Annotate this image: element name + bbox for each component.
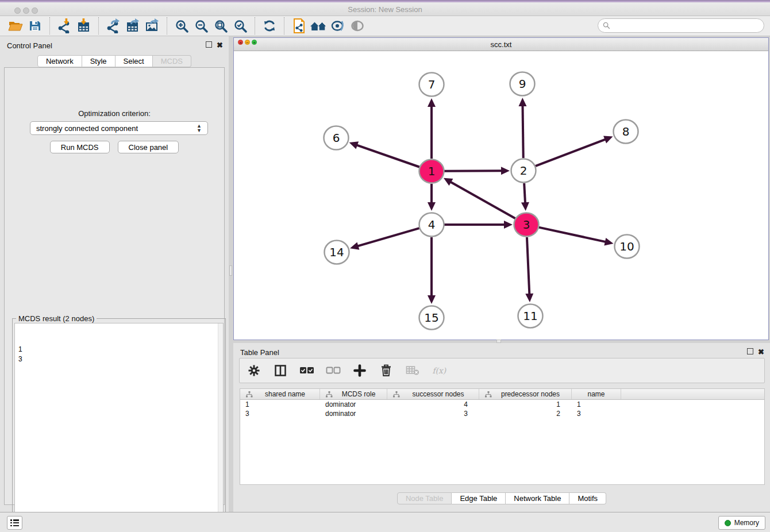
control-panel-float-icon[interactable] xyxy=(206,41,212,48)
column-header-successor-nodes[interactable]: successor nodes xyxy=(387,389,479,399)
column-header-MCDS-role[interactable]: MCDS role xyxy=(320,389,387,399)
tab-motifs[interactable]: Motifs xyxy=(569,492,606,504)
tab-style[interactable]: Style xyxy=(82,55,116,67)
tab-network[interactable]: Network xyxy=(37,55,82,67)
edge-arrowhead xyxy=(428,295,436,304)
edge-arrowhead xyxy=(525,294,533,302)
node-label: 15 xyxy=(424,311,438,325)
graph-node-11[interactable]: 11 xyxy=(518,304,543,328)
node-label: 9 xyxy=(519,77,526,91)
table-panel-title: Table Panel xyxy=(240,348,279,357)
graph-node-15[interactable]: 15 xyxy=(419,306,444,330)
graph-node-7[interactable]: 7 xyxy=(419,73,444,97)
open-folder-icon[interactable] xyxy=(6,17,25,34)
table-panel-float-icon[interactable] xyxy=(747,348,753,354)
tab-node-table[interactable]: Node Table xyxy=(397,492,452,504)
new-network-from-selection-icon[interactable] xyxy=(289,17,309,34)
optimization-criterion-label: Optimization criterion: xyxy=(5,109,224,118)
home-icon[interactable] xyxy=(309,17,328,34)
edge-3-11[interactable] xyxy=(527,237,529,295)
close-panel-button[interactable]: Close panel xyxy=(118,141,179,153)
graph-node-1[interactable]: 1 xyxy=(419,160,444,183)
edge-arrowhead xyxy=(501,167,510,175)
columns-icon[interactable] xyxy=(273,363,288,378)
export-image-icon[interactable] xyxy=(143,17,162,34)
column-header-shared-name[interactable]: shared name xyxy=(240,389,320,399)
status-bar: Memory xyxy=(0,512,770,532)
trash-icon[interactable] xyxy=(379,363,394,378)
select-all-icon[interactable] xyxy=(299,363,314,378)
edge-1-6[interactable] xyxy=(356,145,419,167)
search-box[interactable] xyxy=(598,18,764,33)
graph-node-14[interactable]: 14 xyxy=(325,241,349,264)
edge-2-8[interactable] xyxy=(536,139,607,166)
graph-node-9[interactable]: 9 xyxy=(510,72,535,96)
memory-button[interactable]: Memory xyxy=(718,516,765,530)
node-label: 7 xyxy=(428,78,436,91)
edge-arrowhead xyxy=(521,202,529,211)
vertical-splitter[interactable] xyxy=(229,36,233,512)
mcds-result-line: 1 xyxy=(18,345,220,354)
graph-node-3[interactable]: 3 xyxy=(514,213,539,237)
table-cell: 1 xyxy=(240,400,320,409)
deselect-all-icon[interactable] xyxy=(326,363,341,378)
mcds-result-title: MCDS result (2 nodes) xyxy=(16,314,97,323)
edge-2-3[interactable] xyxy=(524,183,525,204)
graph-node-10[interactable]: 10 xyxy=(615,235,640,259)
graph-node-4[interactable]: 4 xyxy=(419,213,444,237)
search-input[interactable] xyxy=(610,20,764,32)
tab-network-table[interactable]: Network Table xyxy=(506,492,569,504)
result-scrollbar[interactable] xyxy=(218,323,223,531)
table-row[interactable]: 1dominator411 xyxy=(240,400,764,409)
add-icon[interactable] xyxy=(352,363,367,378)
window-title: Session: New Session xyxy=(0,5,770,14)
zoom-out-icon[interactable] xyxy=(191,17,211,34)
table-panel: Table Panel ✖ f(x) shared nameMCDS roles… xyxy=(233,343,770,512)
toolbar-separator xyxy=(284,17,284,34)
node-label: 3 xyxy=(523,218,530,232)
mcds-result-group: MCDS result (2 nodes) 13 xyxy=(12,318,226,532)
tab-select[interactable]: Select xyxy=(116,55,153,67)
table-row[interactable]: 3dominator323 xyxy=(240,409,764,418)
table-panel-close-icon[interactable]: ✖ xyxy=(758,348,764,356)
table-tabs: Node TableEdge TableNetwork TableMotifs xyxy=(233,492,770,504)
export-table-icon[interactable] xyxy=(123,17,143,34)
export-network-icon[interactable] xyxy=(103,17,123,34)
node-label: 8 xyxy=(622,125,630,138)
tab-mcds[interactable]: MCDS xyxy=(153,55,191,67)
column-header-predecessor-nodes[interactable]: predecessor nodes xyxy=(479,389,572,399)
zoom-in-icon[interactable] xyxy=(172,17,191,34)
mcds-result-list[interactable]: 13 xyxy=(14,323,224,532)
table-cell: dominator xyxy=(320,400,387,409)
tab-edge-table[interactable]: Edge Table xyxy=(452,492,506,504)
column-header-name[interactable]: name xyxy=(572,389,621,399)
save-icon[interactable] xyxy=(25,17,45,34)
eye-icon xyxy=(348,17,367,34)
toggle-graphics-details-icon[interactable] xyxy=(328,17,348,34)
network-canvas[interactable]: 7968124314101511 xyxy=(234,51,768,340)
criterion-select[interactable]: strongly connected component ▲▼ xyxy=(30,121,208,135)
main-toolbar xyxy=(0,16,770,36)
run-mcds-button[interactable]: Run MCDS xyxy=(50,141,110,153)
edge-1-2[interactable] xyxy=(444,171,503,171)
zoom-fit-icon[interactable] xyxy=(211,17,230,34)
splitter-handle[interactable] xyxy=(229,265,232,276)
edge-4-14[interactable] xyxy=(357,228,419,246)
edge-arrowhead xyxy=(350,242,359,249)
refresh-icon[interactable] xyxy=(260,17,279,34)
network-graph[interactable]: 7968124314101511 xyxy=(234,51,768,340)
app-titlebar: Session: New Session xyxy=(0,2,770,16)
graph-node-2[interactable]: 2 xyxy=(511,159,536,183)
import-network-icon[interactable] xyxy=(55,17,74,34)
import-table-icon[interactable] xyxy=(74,17,94,34)
edge-3-1[interactable] xyxy=(449,182,515,219)
edge-3-10[interactable] xyxy=(538,228,606,242)
network-titlebar[interactable]: × − + scc.txt xyxy=(234,38,768,51)
gear-icon[interactable] xyxy=(247,363,261,378)
task-history-button[interactable] xyxy=(7,516,22,530)
control-panel-close-icon[interactable]: ✖ xyxy=(217,41,223,49)
edge-2-9[interactable] xyxy=(522,105,523,158)
graph-node-6[interactable]: 6 xyxy=(324,126,349,150)
graph-node-8[interactable]: 8 xyxy=(614,120,638,144)
zoom-selected-icon[interactable] xyxy=(230,17,250,34)
